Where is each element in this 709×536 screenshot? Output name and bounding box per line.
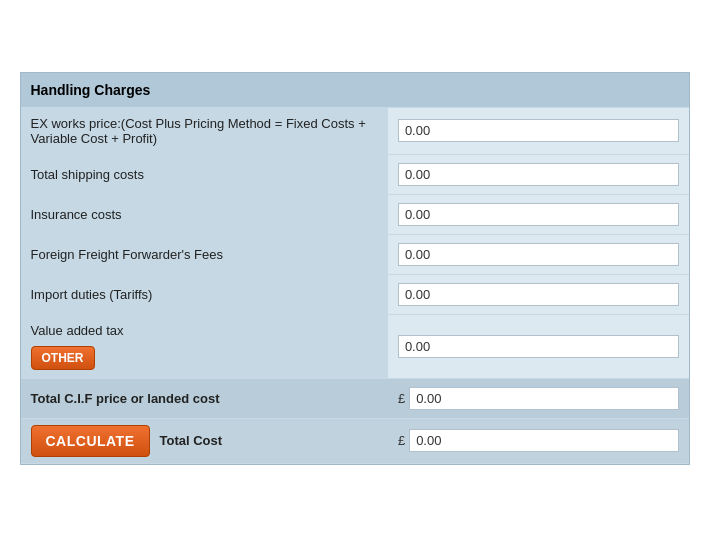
total-cost-label: Total Cost (160, 433, 223, 448)
total-cif-currency: £ (398, 391, 405, 406)
vat-label-cell: Value added tax OTHER (21, 314, 388, 378)
total-cost-currency: £ (398, 433, 405, 448)
insurance-label: Insurance costs (21, 194, 388, 234)
shipping-label: Total shipping costs (21, 154, 388, 194)
vat-label: Value added tax (31, 323, 124, 338)
vat-input-cell (388, 314, 689, 378)
forwarder-label: Foreign Freight Forwarder's Fees (21, 234, 388, 274)
ex-works-input[interactable] (398, 119, 679, 142)
total-cif-input-cell: £ (388, 378, 689, 418)
import-duties-row: Import duties (Tariffs) (21, 274, 689, 314)
shipping-row: Total shipping costs (21, 154, 689, 194)
insurance-row: Insurance costs (21, 194, 689, 234)
shipping-input-cell (388, 154, 689, 194)
shipping-input[interactable] (398, 163, 679, 186)
ex-works-row: EX works price:(Cost Plus Pricing Method… (21, 107, 689, 154)
insurance-input[interactable] (398, 203, 679, 226)
calculate-button[interactable]: CALCULATE (31, 425, 150, 457)
forwarder-input-cell (388, 234, 689, 274)
vat-input[interactable] (398, 335, 679, 358)
total-cost-input[interactable] (409, 429, 678, 452)
calculate-row: CALCULATE Total Cost £ (21, 418, 689, 463)
total-cif-input[interactable] (409, 387, 678, 410)
table-header: Handling Charges (21, 73, 689, 108)
total-cif-label: Total C.I.F price or landed cost (21, 378, 388, 418)
header-col2 (388, 73, 689, 108)
forwarder-row: Foreign Freight Forwarder's Fees (21, 234, 689, 274)
header-col1: Handling Charges (21, 73, 388, 108)
import-duties-input[interactable] (398, 283, 679, 306)
vat-row: Value added tax OTHER (21, 314, 689, 378)
total-cost-input-cell: £ (388, 418, 689, 463)
total-cif-row: Total C.I.F price or landed cost £ (21, 378, 689, 418)
import-duties-label: Import duties (Tariffs) (21, 274, 388, 314)
insurance-input-cell (388, 194, 689, 234)
forwarder-input[interactable] (398, 243, 679, 266)
ex-works-input-cell (388, 107, 689, 154)
calculate-cell: CALCULATE Total Cost (21, 418, 388, 463)
import-duties-input-cell (388, 274, 689, 314)
other-button[interactable]: OTHER (31, 346, 95, 370)
ex-works-label: EX works price:(Cost Plus Pricing Method… (21, 107, 388, 154)
